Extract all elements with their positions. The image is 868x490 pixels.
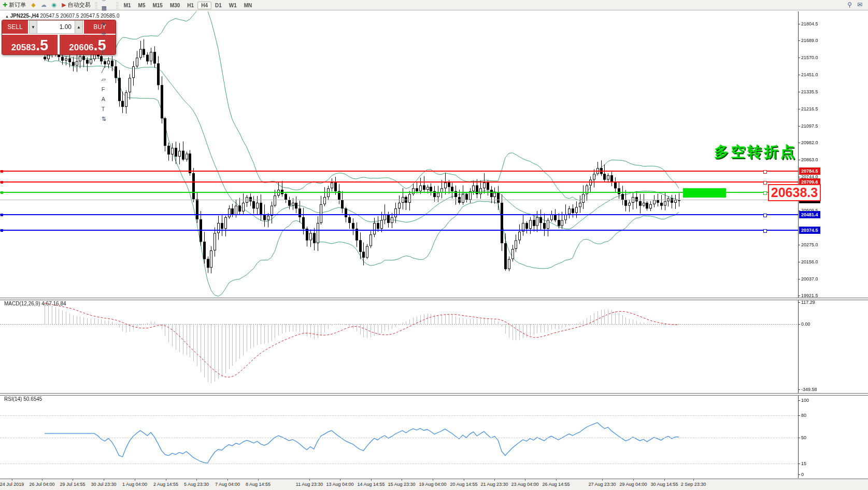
- time-tick: [227, 479, 228, 481]
- buy-price-main: 20606: [69, 43, 93, 53]
- time-tick: [340, 479, 340, 481]
- time-axis-label: 24 Jul 2019: [0, 482, 24, 487]
- search-icon: ⚲: [847, 2, 852, 8]
- price-axis-label: 21570.0: [801, 55, 818, 60]
- volume-step-down-button[interactable]: ▼: [29, 20, 37, 34]
- price-axis-label: 21451.0: [801, 72, 818, 77]
- time-axis-label: 7 Aug 04:00: [215, 482, 240, 487]
- timeframe-m1[interactable]: M1: [120, 2, 135, 9]
- trendline-button[interactable]: ╱: [99, 65, 115, 75]
- timeframe-d1[interactable]: D1: [211, 2, 225, 9]
- macd-tick: [798, 324, 800, 325]
- auto-trading-icon: ▶: [62, 2, 66, 8]
- rsi-axis-label: 0: [801, 472, 804, 477]
- volume-input[interactable]: 1.00: [37, 20, 75, 34]
- timeframe-mn[interactable]: MN: [240, 2, 256, 9]
- new-order-label: 新订单: [9, 1, 26, 9]
- pane-divider-macd[interactable]: [0, 298, 868, 300]
- horizontal-line-20638.3[interactable]: [0, 192, 798, 193]
- terminal-button[interactable]: ☁: [38, 0, 49, 10]
- line-handle[interactable]: [1, 181, 3, 184]
- timeframe-m30[interactable]: M30: [166, 2, 183, 9]
- timeframe-m15[interactable]: M15: [149, 2, 166, 9]
- macd-axis-label: 117.29: [801, 300, 815, 305]
- timeframe-w1[interactable]: W1: [225, 2, 240, 9]
- timeframe-m5[interactable]: M5: [135, 2, 149, 9]
- signal-button[interactable]: ◉: [49, 0, 60, 10]
- price-axis-label: 20863.0: [801, 157, 818, 162]
- price-tick: [798, 24, 800, 24]
- auto-trading-button[interactable]: ▶ 自动交易: [59, 0, 93, 10]
- time-tick: [12, 479, 12, 481]
- price-axis-label: 21097.5: [801, 123, 818, 129]
- line-handle[interactable]: [1, 229, 3, 232]
- sell-price-frac: .5: [36, 38, 48, 53]
- line-handle[interactable]: [763, 181, 767, 185]
- horizontal-line-20585.0[interactable]: [0, 200, 798, 200]
- sell-price-button[interactable]: 20583 .5: [2, 35, 58, 54]
- price-tick: [798, 126, 800, 127]
- horizontal-line-20709.6[interactable]: [0, 181, 798, 183]
- time-tick: [633, 479, 634, 481]
- price-level-badge: 20481.4: [799, 211, 820, 218]
- macd-tick: [798, 302, 800, 303]
- price-tick: [798, 92, 800, 92]
- window-expand-icon[interactable]: ▲: [5, 15, 9, 18]
- horizontal-line-20481.4[interactable]: [0, 214, 798, 215]
- rsi-axis-label: 100: [801, 398, 809, 403]
- rsi-tick: [798, 464, 800, 464]
- horizontal-line-20374.5[interactable]: [0, 230, 798, 231]
- cursor-icon: ➤: [102, 21, 106, 27]
- new-order-icon: ✚: [3, 2, 7, 8]
- line-handle[interactable]: [763, 214, 767, 217]
- fibonacci-button[interactable]: F: [99, 85, 115, 94]
- rsi-level-line: [0, 438, 798, 438]
- channel-button[interactable]: ▱: [99, 75, 115, 85]
- time-tick: [693, 479, 694, 481]
- cursor-button[interactable]: ➤: [99, 19, 115, 29]
- label-button[interactable]: T: [99, 104, 115, 114]
- macd-tick: [798, 389, 800, 390]
- periods-icon: ◷: [102, 0, 107, 2]
- volume-step-up-button[interactable]: ▲: [75, 20, 83, 34]
- line-handle[interactable]: [763, 191, 767, 195]
- green-highlight-rectangle[interactable]: [683, 188, 726, 198]
- new-order-button[interactable]: ✚ 新订单: [0, 0, 29, 10]
- rsi-level-line: [0, 464, 798, 464]
- vertical-line-button[interactable]: │: [99, 45, 115, 55]
- templates-button[interactable]: ▦: [99, 3, 115, 13]
- crosshair-button[interactable]: ✛: [99, 29, 115, 39]
- line-handle[interactable]: [1, 170, 3, 173]
- sell-button[interactable]: SELL: [2, 20, 28, 34]
- line-handle[interactable]: [763, 170, 767, 174]
- mt4-window: ✚ 新订单 ◆ ☁ ◉ ▶ 自动交易 ╷╵╷◫∿⊕⊖⊞⇥⇤ƒ+◷▦➤✛│─╱▱F…: [0, 0, 868, 490]
- turning-point-annotation[interactable]: 多空转折点: [714, 142, 797, 162]
- arrows-button[interactable]: ⇅: [99, 114, 115, 124]
- terminal-icon: ☁: [41, 2, 47, 8]
- horizontal-line-button[interactable]: ─: [99, 55, 115, 65]
- horizontal-line-20784.5[interactable]: [0, 171, 798, 172]
- price-axis-label: 20156.0: [801, 259, 818, 264]
- line-handle[interactable]: [1, 191, 3, 194]
- time-tick: [135, 479, 135, 481]
- eraser-button[interactable]: ◆: [29, 0, 38, 10]
- price-axis-label: 20275.0: [801, 242, 818, 247]
- time-axis-label: 30 Jul 23:30: [91, 482, 116, 487]
- price-tick: [798, 109, 800, 109]
- line-handle[interactable]: [1, 214, 3, 216]
- chart-canvas[interactable]: [0, 0, 868, 490]
- chat-button[interactable]: ✉: [855, 0, 865, 10]
- time-tick: [525, 479, 525, 481]
- signal-icon: ◉: [52, 2, 57, 8]
- text-button[interactable]: A: [99, 94, 115, 104]
- time-axis-label: 27 Aug 23:30: [588, 482, 616, 487]
- timeframe-h4[interactable]: H4: [197, 2, 211, 9]
- price-tick: [798, 40, 800, 41]
- time-axis-label: 29 Jul 14:55: [60, 482, 85, 487]
- timeframe-h1[interactable]: H1: [183, 2, 197, 9]
- time-axis-label: 2 Aug 14:55: [153, 482, 178, 487]
- line-handle[interactable]: [763, 229, 767, 233]
- price-callout-box[interactable]: 20638.3: [768, 184, 821, 201]
- pane-divider-rsi[interactable]: [0, 393, 868, 396]
- search-button[interactable]: ⚲: [845, 0, 855, 10]
